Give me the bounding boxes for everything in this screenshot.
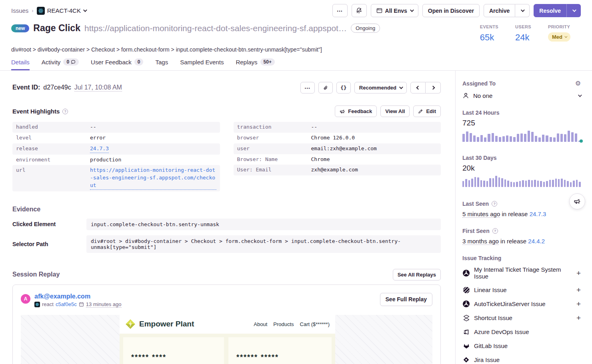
highlights-left-table: handled-- levelerror release24.7.3 envir… — [12, 122, 220, 191]
feedback-button[interactable]: Feedback — [335, 105, 377, 117]
plus-icon[interactable]: + — [576, 314, 581, 322]
tracker-item-jira[interactable]: Jira Issue — [462, 353, 581, 364]
tracker-item-gitlab[interactable]: GitLab Issue — [462, 339, 581, 353]
plus-icon[interactable]: + — [576, 300, 581, 308]
issue-title-section: new Rage Click https://application-monit… — [0, 20, 592, 43]
resolve-button[interactable]: Resolve — [534, 4, 566, 17]
breadcrumb-issues-link[interactable]: Issues — [11, 7, 28, 14]
plus-icon[interactable]: + — [576, 286, 581, 294]
tracker-item-azure-devops[interactable]: Azure DevOps Issue — [462, 325, 581, 339]
event-more-button[interactable]: … — [300, 82, 315, 93]
histogram-bar — [575, 133, 577, 142]
issue-culprit: div#root > div#body-container > Checkout… — [0, 43, 592, 53]
archive-button[interactable]: Archive — [484, 4, 515, 17]
priority-selector[interactable]: Med — [548, 32, 570, 42]
avatar: A — [21, 294, 30, 304]
help-icon[interactable]: ? — [62, 109, 68, 114]
tracker-item-linear[interactable]: Linear Issue + — [462, 283, 581, 297]
histogram-bar — [525, 181, 527, 187]
event-timestamp[interactable]: Jul 17, 10:08 AM — [74, 84, 122, 91]
help-icon[interactable]: ? — [492, 201, 497, 207]
histogram-bar — [466, 131, 468, 142]
last-24-hours-chart[interactable] — [462, 131, 581, 142]
top-header: Issues › REACT-4CK … All Envs Open in Di… — [0, 0, 592, 20]
help-icon[interactable]: ? — [492, 228, 498, 234]
first-seen-release-link[interactable]: 24.4.2 — [528, 238, 545, 245]
replay-nav-cart: Cart ($******) — [300, 321, 330, 327]
chevron-down-icon — [83, 8, 87, 12]
tab-activity[interactable]: Activity 0 — [42, 58, 79, 70]
highlight-row: urlhttps://application-monitoring-react-… — [12, 165, 220, 191]
tab-replays[interactable]: Replays 50+ — [236, 58, 275, 70]
histogram-bar — [537, 181, 539, 187]
last-30-days-title: Last 30 Days — [462, 155, 581, 161]
event-sort-selector[interactable]: Recommended — [354, 82, 407, 93]
replay-nav-products: Products — [273, 321, 294, 327]
histogram-bar — [477, 137, 479, 142]
assignee-selector[interactable]: No one — [462, 92, 581, 99]
last-30-days-chart[interactable] — [462, 176, 581, 187]
tracker-item-autoticketjiraserver[interactable]: AutoTicketJiraServer Issue + — [462, 297, 581, 311]
resolve-dropdown-button[interactable] — [566, 4, 581, 17]
histogram-bar — [507, 181, 509, 187]
previous-event-button[interactable] — [410, 82, 426, 93]
see-all-replays-button[interactable]: See All Replays — [393, 269, 441, 280]
gear-icon[interactable]: ⚙ — [575, 80, 581, 87]
status-badge: Ongoing — [351, 24, 380, 33]
release-link[interactable]: 24.7.3 — [90, 145, 109, 153]
gitlab-icon — [462, 342, 470, 350]
replay-player[interactable]: Empower Plant About Products Cart ($****… — [21, 315, 432, 364]
first-seen-time[interactable]: 3 months ago — [462, 238, 499, 245]
url-link[interactable]: https://application-monitoring-react-dot… — [90, 167, 216, 190]
histogram-bar — [519, 181, 521, 187]
last-seen-release-link[interactable]: 24.7.3 — [530, 211, 546, 217]
comment-bubble-icon — [71, 60, 76, 64]
histogram-bar — [567, 181, 568, 187]
assigned-to-title: Assigned To — [462, 80, 496, 87]
json-button[interactable]: {} — [336, 82, 351, 93]
histogram-bar — [549, 180, 551, 187]
replay-user-link[interactable]: afk@example.com — [34, 293, 122, 300]
plus-icon[interactable]: + — [576, 269, 581, 277]
tab-details[interactable]: Details — [11, 58, 30, 70]
histogram-bar — [510, 182, 512, 187]
session-replay-title: Session Replay — [12, 271, 60, 278]
more-actions-button[interactable]: … — [332, 4, 348, 17]
next-event-button[interactable] — [426, 82, 441, 93]
view-all-button[interactable]: View All — [380, 105, 410, 117]
replay-id-link[interactable]: c5af0e5c — [56, 301, 77, 307]
chevron-left-icon — [416, 86, 420, 90]
issue-title: Rage Click — [33, 23, 80, 34]
edit-highlights-button[interactable]: Edit — [413, 105, 441, 117]
project-selector[interactable]: REACT-4CK — [37, 7, 86, 15]
histogram-bar — [543, 182, 545, 187]
events-stat-value[interactable]: 65k — [480, 32, 498, 43]
histogram-bar — [576, 180, 578, 187]
tab-user-feedback[interactable]: User Feedback 0 — [91, 58, 143, 70]
tracker-item-internal-triage[interactable]: My Internal Ticket Triage System Issue + — [462, 263, 581, 283]
attachments-button[interactable] — [318, 82, 333, 93]
last-seen-time[interactable]: 5 minutes ago — [462, 211, 500, 218]
tab-tags[interactable]: Tags — [155, 58, 168, 70]
environment-selector[interactable]: All Envs — [371, 4, 418, 17]
histogram-bar — [538, 137, 541, 142]
tracker-item-shortcut[interactable]: Shortcut Issue + — [462, 311, 581, 325]
histogram-bar — [555, 179, 557, 187]
feedback-fab-button[interactable] — [569, 193, 585, 209]
tab-sampled-events[interactable]: Sampled Events — [180, 58, 224, 70]
archive-dropdown-button[interactable] — [515, 4, 530, 17]
histogram-bar — [470, 133, 472, 142]
users-stat-value[interactable]: 24k — [515, 32, 531, 43]
ellipsis-icon: … — [304, 83, 311, 90]
replay-time[interactable]: 13 minutes ago — [86, 301, 122, 308]
highlight-row: User: Emailzxh@example.com — [234, 165, 441, 175]
last-seen-title: Last Seen — [462, 201, 489, 207]
highlights-right-table: transaction-- browserChrome 126.0.0 user… — [234, 122, 441, 191]
histogram-bar — [552, 180, 554, 187]
histogram-bar — [468, 180, 470, 187]
issue-details-main: Event ID: d27ce49c Jul 17, 10:08 AM … {}… — [0, 71, 456, 364]
mute-button[interactable] — [352, 4, 367, 17]
open-in-discover-button[interactable]: Open in Discover — [422, 4, 480, 17]
ellipsis-icon: … — [337, 6, 343, 13]
see-full-replay-button[interactable]: See Full Replay — [380, 293, 432, 306]
